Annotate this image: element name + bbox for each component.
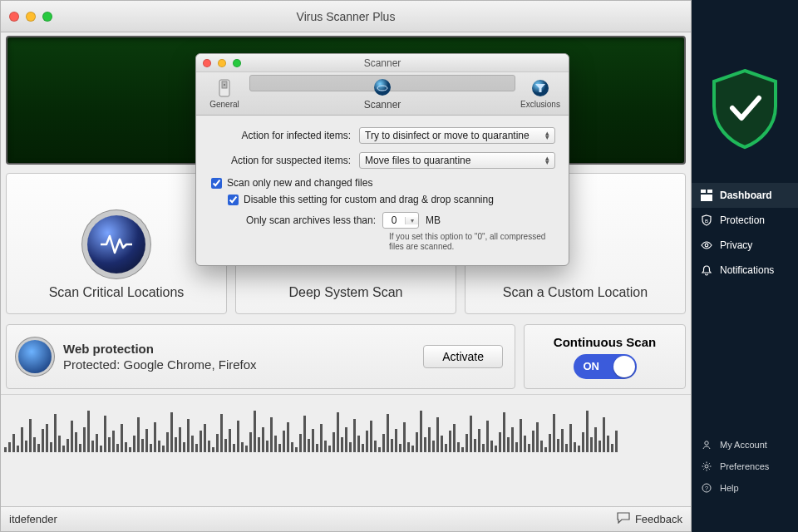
sidebar-item-label: Privacy xyxy=(720,239,752,251)
sidebar-item-label: Dashboard xyxy=(720,190,772,201)
switch-icon xyxy=(214,78,234,98)
archive-size-value: 0 xyxy=(383,214,405,226)
scan-card-label: Scan Critical Locations xyxy=(49,285,185,300)
scanner-preferences-window: Scanner General Scanner Exclusions Actio… xyxy=(195,53,569,266)
suspected-action-row: Action for suspected items: Move files t… xyxy=(209,152,555,169)
sidebar-item-label: Help xyxy=(720,483,739,493)
svg-point-10 xyxy=(705,244,708,247)
sidebar-item-protection[interactable]: B Protection xyxy=(692,208,798,233)
sidebar-item-label: Notifications xyxy=(720,264,774,276)
svg-point-11 xyxy=(705,441,708,445)
disable-for-custom-checkbox[interactable]: Disable this setting for custom and drag… xyxy=(228,194,555,205)
modal-titlebar: Scanner xyxy=(196,54,569,72)
user-icon xyxy=(700,438,713,451)
sidebar-item-account[interactable]: My Account xyxy=(692,434,798,456)
svg-text:?: ? xyxy=(705,485,708,491)
archive-size-hint: If you set this option to "0", all compr… xyxy=(389,232,555,252)
eye-icon xyxy=(700,239,713,252)
protection-row: Web protection Protected: Google Chrome,… xyxy=(1,319,691,394)
checkbox-input[interactable] xyxy=(228,195,239,205)
checkbox-input[interactable] xyxy=(211,178,222,189)
svg-point-2 xyxy=(224,84,225,86)
stepper-arrow-icon[interactable]: ▾ xyxy=(405,217,418,224)
toggle-knob xyxy=(613,356,635,377)
sidebar-item-preferences[interactable]: Preferences xyxy=(692,456,798,477)
activate-button[interactable]: Activate xyxy=(423,345,503,368)
modal-window-controls xyxy=(203,59,241,67)
archive-size-label: Only scan archives less than: xyxy=(243,214,376,226)
tab-general[interactable]: General xyxy=(201,75,248,112)
gear-icon xyxy=(700,460,713,473)
chevron-updown-icon: ▴▾ xyxy=(545,131,549,140)
toggle-state-label: ON xyxy=(584,360,600,372)
tab-label: Exclusions xyxy=(520,100,560,109)
svg-rect-6 xyxy=(701,190,706,193)
close-window-button[interactable] xyxy=(9,12,19,22)
funnel-icon xyxy=(530,78,550,98)
svg-rect-8 xyxy=(701,195,712,201)
sidebar-nav: Dashboard B Protection Privacy Notificat… xyxy=(692,183,798,283)
modal-zoom-button[interactable] xyxy=(233,59,241,67)
svg-point-12 xyxy=(705,465,708,468)
scan-card-label: Scan a Custom Location xyxy=(503,285,648,300)
tab-label: General xyxy=(209,100,239,109)
infected-action-select[interactable]: Try to disinfect or move to quarantine ▴… xyxy=(359,127,555,144)
archive-size-row: Only scan archives less than: 0 ▾ MB xyxy=(243,212,555,229)
activity-wave xyxy=(1,394,691,452)
checkbox-label: Scan only new and changed files xyxy=(227,177,372,189)
svg-line-17 xyxy=(703,463,704,464)
sidebar-item-label: Protection xyxy=(720,214,765,226)
footer-bar: itdefender Feedback xyxy=(1,506,691,531)
web-protection-card: Web protection Protected: Google Chrome,… xyxy=(6,324,515,389)
modal-close-button[interactable] xyxy=(203,59,211,67)
checkbox-label: Disable this setting for custom and drag… xyxy=(244,194,494,205)
continuous-scan-card: Continuous Scan ON xyxy=(524,324,686,389)
sidebar-item-label: Preferences xyxy=(720,461,769,471)
pulse-icon xyxy=(87,215,145,273)
app-sidebar: Dashboard B Protection Privacy Notificat… xyxy=(692,0,798,532)
suspected-action-label: Action for suspected items: xyxy=(209,155,351,166)
modal-title: Scanner xyxy=(364,57,401,69)
tab-scanner[interactable]: Scanner xyxy=(249,75,515,91)
shield-logo xyxy=(692,0,798,183)
web-protection-title: Web protection xyxy=(63,342,154,356)
titlebar: Virus Scanner Plus xyxy=(1,1,691,32)
infected-action-label: Action for infected items: xyxy=(209,130,351,141)
svg-line-19 xyxy=(709,463,710,464)
sidebar-item-notifications[interactable]: Notifications xyxy=(692,258,798,283)
infected-action-row: Action for infected items: Try to disinf… xyxy=(209,127,555,144)
svg-line-20 xyxy=(703,469,704,470)
archive-size-unit: MB xyxy=(426,214,441,226)
help-icon: ? xyxy=(700,481,713,495)
speech-bubble-icon xyxy=(617,512,630,526)
zoom-window-button[interactable] xyxy=(42,12,52,22)
chevron-updown-icon: ▴▾ xyxy=(545,156,549,165)
svg-point-3 xyxy=(374,79,391,96)
feedback-button[interactable]: Feedback xyxy=(617,512,682,526)
brand-text: itdefender xyxy=(9,513,57,525)
suspected-action-select[interactable]: Move files to quarantine ▴▾ xyxy=(359,152,555,169)
sidebar-item-dashboard[interactable]: Dashboard xyxy=(692,183,798,208)
minimize-window-button[interactable] xyxy=(26,12,36,22)
web-protection-text: Web protection Protected: Google Chrome,… xyxy=(63,341,257,373)
archive-size-stepper[interactable]: 0 ▾ xyxy=(382,212,419,229)
modal-body: Action for infected items: Try to disinf… xyxy=(196,116,569,265)
dashboard-icon xyxy=(700,189,713,202)
continuous-scan-title: Continuous Scan xyxy=(554,335,656,349)
sidebar-item-label: My Account xyxy=(720,440,767,450)
web-protection-icon xyxy=(18,340,52,373)
sidebar-bottom: My Account Preferences ? Help xyxy=(692,429,798,532)
modal-minimize-button[interactable] xyxy=(218,59,226,67)
svg-line-18 xyxy=(709,469,710,470)
infected-action-value: Try to disinfect or move to quarantine xyxy=(365,130,530,141)
continuous-scan-toggle[interactable]: ON xyxy=(574,354,637,379)
svg-text:B: B xyxy=(705,219,708,224)
tab-exclusions[interactable]: Exclusions xyxy=(517,75,564,112)
suspected-action-value: Move files to quarantine xyxy=(365,155,470,166)
window-controls xyxy=(9,12,52,22)
scan-new-files-checkbox[interactable]: Scan only new and changed files xyxy=(211,177,555,189)
shield-b-icon: B xyxy=(700,214,713,227)
scan-critical-card[interactable]: Scan Critical Locations xyxy=(6,173,227,314)
sidebar-item-help[interactable]: ? Help xyxy=(692,477,798,499)
sidebar-item-privacy[interactable]: Privacy xyxy=(692,233,798,258)
